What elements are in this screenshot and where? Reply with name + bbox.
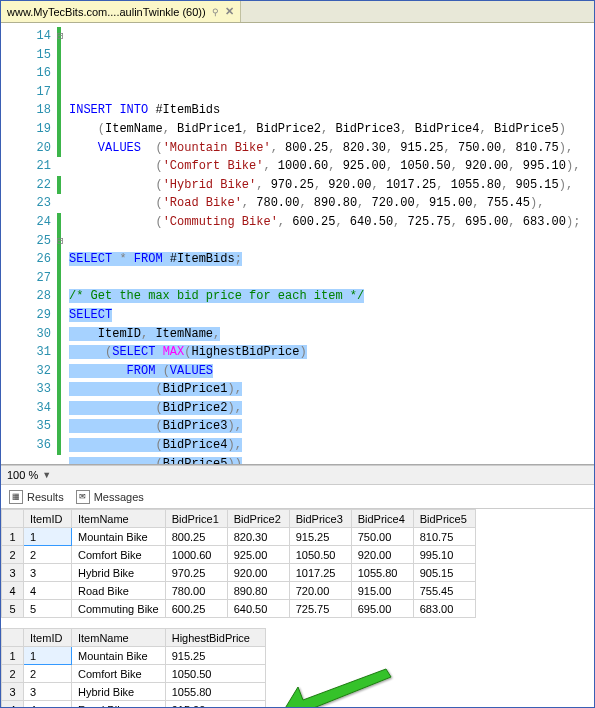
cell[interactable]: 695.00 bbox=[351, 600, 413, 618]
cell[interactable]: 970.25 bbox=[165, 564, 227, 582]
cell[interactable]: Commuting Bike bbox=[72, 600, 166, 618]
cell[interactable]: Road Bike bbox=[72, 701, 166, 708]
code-line[interactable]: INSERT INTO #ItemBids bbox=[69, 101, 590, 120]
cell[interactable]: Hybrid Bike bbox=[72, 564, 166, 582]
messages-tab[interactable]: ✉ Messages bbox=[76, 490, 144, 504]
column-header[interactable]: BidPrice5 bbox=[413, 510, 475, 528]
row-header[interactable]: 2 bbox=[2, 546, 24, 564]
code-line[interactable] bbox=[69, 269, 590, 288]
row-header[interactable]: 4 bbox=[2, 701, 24, 708]
cell[interactable]: 925.00 bbox=[227, 546, 289, 564]
row-header[interactable]: 2 bbox=[2, 665, 24, 683]
cell[interactable]: 2 bbox=[24, 665, 72, 683]
cell[interactable]: 3 bbox=[24, 683, 72, 701]
code-line[interactable]: (BidPrice3), bbox=[69, 417, 590, 436]
cell[interactable]: 915.25 bbox=[289, 528, 351, 546]
results-pane[interactable]: ItemIDItemNameBidPrice1BidPrice2BidPrice… bbox=[1, 509, 594, 707]
code-line[interactable]: SELECT bbox=[69, 306, 590, 325]
table-row[interactable]: 33Hybrid Bike1055.80 bbox=[2, 683, 266, 701]
corner-cell[interactable] bbox=[2, 510, 24, 528]
cell[interactable]: 1055.80 bbox=[165, 683, 265, 701]
zoom-control[interactable]: 100 % ▼ bbox=[1, 465, 594, 485]
pin-icon[interactable]: ⚲ bbox=[212, 7, 219, 17]
cell[interactable]: 1 bbox=[24, 528, 72, 546]
cell[interactable]: 1 bbox=[24, 647, 72, 665]
result-grid-2[interactable]: ItemIDItemNameHighestBidPrice11Mountain … bbox=[1, 628, 266, 707]
row-header[interactable]: 3 bbox=[2, 564, 24, 582]
row-header[interactable]: 4 bbox=[2, 582, 24, 600]
cell[interactable]: 755.45 bbox=[413, 582, 475, 600]
code-line[interactable] bbox=[69, 232, 590, 251]
column-header[interactable]: ItemID bbox=[24, 629, 72, 647]
cell[interactable]: Comfort Bike bbox=[72, 665, 166, 683]
cell[interactable]: 890.80 bbox=[227, 582, 289, 600]
column-header[interactable]: HighestBidPrice bbox=[165, 629, 265, 647]
cell[interactable]: Mountain Bike bbox=[72, 528, 166, 546]
cell[interactable]: Hybrid Bike bbox=[72, 683, 166, 701]
cell[interactable]: 915.25 bbox=[165, 647, 265, 665]
cell[interactable]: 995.10 bbox=[413, 546, 475, 564]
cell[interactable]: 920.00 bbox=[351, 546, 413, 564]
cell[interactable]: 725.75 bbox=[289, 600, 351, 618]
code-line[interactable]: ('Hybrid Bike', 970.25, 920.00, 1017.25,… bbox=[69, 176, 590, 195]
cell[interactable]: 600.25 bbox=[165, 600, 227, 618]
cell[interactable]: 905.15 bbox=[413, 564, 475, 582]
table-row[interactable]: 11Mountain Bike915.25 bbox=[2, 647, 266, 665]
table-row[interactable]: 11Mountain Bike800.25820.30915.25750.008… bbox=[2, 528, 476, 546]
code-line[interactable]: /* Get the max bid price for each item *… bbox=[69, 287, 590, 306]
cell[interactable]: 1055.80 bbox=[351, 564, 413, 582]
cell[interactable]: 750.00 bbox=[351, 528, 413, 546]
corner-cell[interactable] bbox=[2, 629, 24, 647]
cell[interactable]: 820.30 bbox=[227, 528, 289, 546]
code-area[interactable]: ⊟ ⊟ INSERT INTO #ItemBids (ItemName, Bid… bbox=[65, 23, 594, 464]
code-line[interactable]: FROM (VALUES bbox=[69, 362, 590, 381]
result-grid-1[interactable]: ItemIDItemNameBidPrice1BidPrice2BidPrice… bbox=[1, 509, 476, 618]
code-line[interactable]: ('Commuting Bike', 600.25, 640.50, 725.7… bbox=[69, 213, 590, 232]
code-line[interactable]: (BidPrice5)) bbox=[69, 455, 590, 465]
code-line[interactable]: SELECT * FROM #ItemBids; bbox=[69, 250, 590, 269]
row-header[interactable]: 3 bbox=[2, 683, 24, 701]
cell[interactable]: 1050.50 bbox=[165, 665, 265, 683]
cell[interactable]: Road Bike bbox=[72, 582, 166, 600]
cell[interactable]: 4 bbox=[24, 582, 72, 600]
cell[interactable]: 920.00 bbox=[227, 564, 289, 582]
cell[interactable]: 720.00 bbox=[289, 582, 351, 600]
cell[interactable]: 915.00 bbox=[351, 582, 413, 600]
code-line[interactable]: ('Comfort Bike', 1000.60, 925.00, 1050.5… bbox=[69, 157, 590, 176]
code-line[interactable]: ItemID, ItemName, bbox=[69, 325, 590, 344]
outline-collapse-icon[interactable]: ⊟ bbox=[57, 232, 64, 251]
column-header[interactable]: BidPrice3 bbox=[289, 510, 351, 528]
cell[interactable]: 640.50 bbox=[227, 600, 289, 618]
table-row[interactable]: 44Road Bike780.00890.80720.00915.00755.4… bbox=[2, 582, 476, 600]
cell[interactable]: 5 bbox=[24, 600, 72, 618]
outline-collapse-icon[interactable]: ⊟ bbox=[57, 27, 64, 46]
table-row[interactable]: 44Road Bike915.00 bbox=[2, 701, 266, 708]
cell[interactable]: Comfort Bike bbox=[72, 546, 166, 564]
cell[interactable]: Mountain Bike bbox=[72, 647, 166, 665]
chevron-down-icon[interactable]: ▼ bbox=[42, 470, 51, 480]
cell[interactable]: 3 bbox=[24, 564, 72, 582]
column-header[interactable]: ItemID bbox=[24, 510, 72, 528]
cell[interactable]: 915.00 bbox=[165, 701, 265, 708]
code-line[interactable]: (BidPrice1), bbox=[69, 380, 590, 399]
code-line[interactable]: (BidPrice4), bbox=[69, 436, 590, 455]
row-header[interactable]: 1 bbox=[2, 528, 24, 546]
table-row[interactable]: 33Hybrid Bike970.25920.001017.251055.809… bbox=[2, 564, 476, 582]
code-line[interactable]: (BidPrice2), bbox=[69, 399, 590, 418]
cell[interactable]: 780.00 bbox=[165, 582, 227, 600]
code-line[interactable]: ('Road Bike', 780.00, 890.80, 720.00, 91… bbox=[69, 194, 590, 213]
close-icon[interactable]: ✕ bbox=[225, 5, 234, 18]
code-line[interactable]: (ItemName, BidPrice1, BidPrice2, BidPric… bbox=[69, 120, 590, 139]
cell[interactable]: 1050.50 bbox=[289, 546, 351, 564]
column-header[interactable]: BidPrice1 bbox=[165, 510, 227, 528]
cell[interactable]: 4 bbox=[24, 701, 72, 708]
column-header[interactable]: BidPrice4 bbox=[351, 510, 413, 528]
column-header[interactable]: ItemName bbox=[72, 510, 166, 528]
code-editor[interactable]: 1415161718192021222324252627282930313233… bbox=[1, 23, 594, 465]
cell[interactable]: 800.25 bbox=[165, 528, 227, 546]
cell[interactable]: 1017.25 bbox=[289, 564, 351, 582]
cell[interactable]: 2 bbox=[24, 546, 72, 564]
row-header[interactable]: 1 bbox=[2, 647, 24, 665]
table-row[interactable]: 22Comfort Bike1000.60925.001050.50920.00… bbox=[2, 546, 476, 564]
row-header[interactable]: 5 bbox=[2, 600, 24, 618]
